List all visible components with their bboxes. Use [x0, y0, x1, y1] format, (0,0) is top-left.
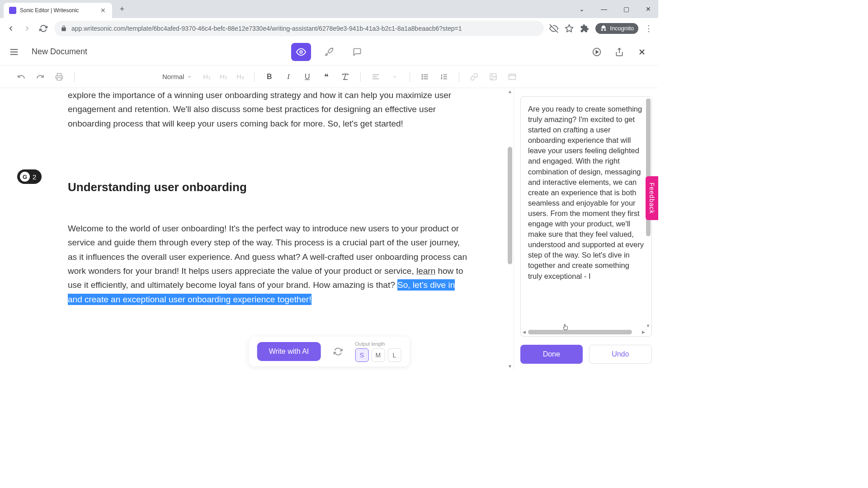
minimize-button[interactable]: ― — [597, 4, 611, 14]
number-list-button[interactable] — [436, 69, 452, 84]
forward-button[interactable] — [22, 23, 33, 34]
grammar-count: 2 — [33, 173, 36, 181]
svg-point-22 — [491, 75, 492, 76]
url-bar[interactable]: app.writesonic.com/template/6bc4afed-937… — [54, 21, 544, 36]
italic-button[interactable]: I — [281, 69, 296, 84]
eye-off-icon[interactable] — [549, 24, 558, 33]
svg-marker-0 — [566, 24, 573, 32]
print-button[interactable] — [52, 69, 67, 84]
write-with-ai-button[interactable]: Write with AI — [257, 342, 321, 361]
side-scrollbar-h[interactable]: ◀ ▶ — [523, 330, 645, 335]
svg-marker-6 — [596, 50, 598, 53]
heading-2[interactable]: Understanding user onboarding — [68, 180, 468, 194]
document-title[interactable]: New Document — [32, 47, 87, 56]
new-tab-button[interactable]: + — [116, 3, 128, 15]
regenerate-button[interactable] — [330, 343, 346, 360]
hamburger-menu[interactable] — [9, 47, 23, 57]
grammar-badge[interactable]: G 2 — [17, 169, 42, 184]
ai-suggestion-text[interactable]: Are you ready to create something truly … — [528, 104, 644, 294]
length-s[interactable]: S — [355, 348, 368, 362]
svg-point-17 — [422, 78, 423, 79]
svg-rect-23 — [509, 74, 515, 80]
paragraph[interactable]: explore the importance of a winning user… — [68, 88, 468, 131]
back-button[interactable] — [5, 23, 16, 34]
paragraph[interactable]: Welcome to the world of user onboarding!… — [68, 221, 468, 306]
browser-tab[interactable]: Sonic Editor | Writesonic ✕ — [4, 3, 112, 18]
undo-button[interactable]: Undo — [589, 345, 652, 364]
chat-button[interactable] — [347, 43, 367, 61]
ai-suggestion-box: Are you ready to create something truly … — [520, 96, 652, 337]
grammarly-icon: G — [20, 172, 30, 182]
h1-button[interactable]: H₁ — [200, 73, 213, 81]
feedback-tab[interactable]: Feedback — [646, 176, 658, 220]
preview-button[interactable] — [291, 43, 311, 61]
length-m[interactable]: M — [371, 348, 385, 362]
quote-button[interactable]: ❝ — [319, 69, 334, 84]
done-button[interactable]: Done — [520, 345, 583, 364]
h2-button[interactable]: H₂ — [217, 73, 230, 81]
play-button[interactable] — [590, 45, 604, 59]
align-button[interactable] — [368, 69, 383, 84]
tab-title: Sonic Editor | Writesonic — [20, 7, 96, 14]
menu-dots-icon[interactable]: ⋮ — [645, 23, 653, 33]
video-button[interactable] — [505, 69, 520, 84]
spellcheck-word[interactable]: learn — [416, 266, 435, 276]
star-icon[interactable] — [565, 24, 574, 33]
scrollbar-thumb[interactable] — [508, 147, 512, 264]
link-button[interactable] — [467, 69, 482, 84]
length-l[interactable]: L — [387, 348, 401, 362]
extensions-icon[interactable] — [580, 24, 589, 33]
underline-button[interactable]: U — [300, 69, 315, 84]
share-button[interactable] — [612, 45, 627, 59]
close-panel-button[interactable] — [635, 45, 649, 59]
output-length-label: Output length — [355, 341, 401, 347]
lock-icon — [61, 25, 67, 32]
chevron-down-icon[interactable]: ⌄ — [576, 4, 588, 14]
redo-button[interactable] — [33, 69, 48, 84]
h3-button[interactable]: H₃ — [234, 73, 247, 81]
align-dropdown[interactable] — [387, 69, 402, 84]
tab-close-icon[interactable]: ✕ — [99, 7, 107, 14]
ai-toolbar: Write with AI Output length S M L — [249, 337, 410, 366]
refresh-button[interactable] — [38, 23, 49, 34]
svg-point-15 — [422, 74, 423, 75]
svg-point-4 — [300, 51, 302, 53]
bullet-list-button[interactable] — [417, 69, 433, 84]
tab-favicon — [9, 7, 16, 14]
url-text: app.writesonic.com/template/6bc4afed-937… — [71, 25, 538, 32]
close-window-button[interactable]: ✕ — [642, 4, 655, 14]
style-select[interactable]: Normal — [158, 73, 197, 80]
image-button[interactable] — [486, 69, 501, 84]
incognito-badge: Incognito — [595, 23, 638, 34]
scroll-down-arrow[interactable]: ▼ — [507, 364, 513, 369]
undo-button[interactable] — [14, 69, 29, 84]
clear-format-button[interactable] — [338, 69, 353, 84]
svg-point-16 — [422, 76, 423, 77]
rocket-button[interactable] — [319, 43, 339, 61]
maximize-button[interactable]: ▢ — [620, 4, 633, 14]
bold-button[interactable]: B — [262, 69, 277, 84]
